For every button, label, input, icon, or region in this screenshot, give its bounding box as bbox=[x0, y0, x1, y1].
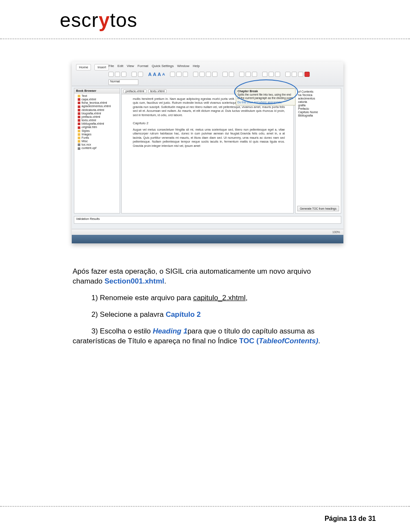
folder-styles[interactable]: Styles bbox=[78, 129, 120, 133]
save-icon[interactable] bbox=[121, 72, 126, 77]
list-item-1: 1) Renomeie este arquivo para capitulo_2… bbox=[73, 293, 337, 303]
file-item[interactable]: biografia.xhtml bbox=[78, 112, 120, 115]
menu-window[interactable]: Window bbox=[177, 64, 189, 68]
heading-style-a3[interactable]: A bbox=[158, 72, 161, 77]
file-item[interactable]: original.htm bbox=[78, 126, 120, 129]
embedded-screenshot: Home Insert File Edit View Format Quick … bbox=[72, 61, 343, 243]
tooltip-title: Chapter Break bbox=[237, 90, 294, 93]
editor-paragraph: Augue vel metus consectetuer fringilla s… bbox=[133, 128, 285, 148]
file-content-opf[interactable]: content.opf bbox=[78, 146, 120, 150]
paragraph: Após fazer esta operação, o SIGIL cria a… bbox=[73, 267, 337, 286]
toc-icon[interactable] bbox=[292, 72, 297, 77]
editor-tab[interactable]: texto.xhtml bbox=[148, 89, 167, 93]
underline-icon[interactable] bbox=[183, 72, 188, 77]
document-text: Após fazer esta operação, o SIGIL cria a… bbox=[73, 267, 337, 353]
align-justify-icon[interactable] bbox=[212, 72, 217, 77]
file-toc-ncx[interactable]: toc.ncx bbox=[78, 143, 120, 146]
text: , bbox=[246, 294, 248, 302]
list-item-3: 3) Escolha o estilo Heading 1para que o … bbox=[73, 327, 337, 346]
toc-item[interactable]: adecimentos bbox=[298, 97, 338, 100]
text: 1) Renomeie este arquivo para bbox=[91, 294, 193, 302]
code-view-icon[interactable] bbox=[252, 72, 257, 77]
chapter-break-icon[interactable] bbox=[262, 72, 267, 77]
align-right-icon[interactable] bbox=[206, 72, 211, 77]
list-ol-icon[interactable] bbox=[229, 72, 234, 77]
filename-underline: capitulo_2.xhtml bbox=[193, 294, 246, 302]
donate-heart-icon[interactable] bbox=[305, 72, 310, 77]
chapter-highlight: Capítulo 2 bbox=[166, 310, 201, 319]
new-icon[interactable] bbox=[108, 72, 114, 77]
sigil-status-bar: 100% bbox=[72, 229, 343, 235]
file-item[interactable]: ficha_tecnica.xhtml bbox=[78, 101, 120, 105]
toc-item[interactable]: Bibliografia bbox=[298, 114, 338, 117]
special-char-icon[interactable] bbox=[275, 72, 280, 77]
menu-help[interactable]: Help bbox=[193, 64, 199, 68]
folder-fonts[interactable]: Fonts bbox=[78, 136, 120, 140]
ribbon-tab-insert[interactable]: Insert bbox=[94, 64, 109, 70]
ribbon-tab-home[interactable]: Home bbox=[76, 64, 91, 70]
text: . bbox=[164, 277, 167, 285]
editor-tab[interactable]: prefacio.xhtml bbox=[123, 89, 146, 93]
ribbon: Home Insert File Edit View Format Quick … bbox=[72, 61, 343, 86]
heading-style-a4[interactable]: A bbox=[162, 72, 165, 76]
align-left-icon[interactable] bbox=[193, 72, 198, 77]
tooltip-footer: Do this often and where appropriate. bbox=[237, 101, 294, 104]
validate-icon[interactable] bbox=[298, 72, 303, 77]
book-view-icon[interactable] bbox=[239, 72, 244, 77]
editor-pane[interactable]: mollis hendrerit pretium in. Nam augue a… bbox=[121, 94, 294, 213]
toc-item[interactable]: grafia bbox=[298, 104, 338, 107]
page-number: Página 13 de 31 bbox=[325, 515, 376, 523]
heading-style-a[interactable]: A bbox=[148, 72, 152, 77]
toc-item[interactable]: Prefacio bbox=[298, 107, 338, 111]
toc-item[interactable]: catoria bbox=[298, 100, 338, 104]
toc-label: TOC ( bbox=[239, 337, 259, 345]
zoom-level: 100% bbox=[332, 231, 340, 234]
sigil-toolbar: A A A A bbox=[108, 71, 331, 78]
bold-icon[interactable] bbox=[170, 72, 175, 77]
open-icon[interactable] bbox=[115, 72, 120, 77]
toc-panel: of Contents ha Tecnica adecimentos cator… bbox=[295, 88, 341, 213]
file-item[interactable]: bibliografia.xhtml bbox=[78, 122, 120, 126]
style-row: Normal bbox=[108, 79, 331, 85]
menu-edit[interactable]: Edit bbox=[117, 64, 123, 68]
paragraph-style-select[interactable]: Normal bbox=[108, 79, 138, 85]
book-browser-panel: Book Browser Text capa.xhtml ficha_tecni… bbox=[74, 88, 120, 213]
top-divider bbox=[0, 38, 410, 39]
toc-item[interactable]: of Contents bbox=[298, 90, 338, 94]
list-item-2: 2) Selecione a palavra Capítulo 2 bbox=[73, 310, 337, 320]
generate-toc-button[interactable]: Generate TOC from headings bbox=[297, 206, 339, 211]
metadata-icon[interactable] bbox=[285, 72, 290, 77]
brand-logo: escrytos bbox=[60, 9, 138, 32]
folder-text[interactable]: Text bbox=[78, 94, 120, 98]
book-browser-title: Book Browser bbox=[74, 88, 120, 94]
align-center-icon[interactable] bbox=[199, 72, 205, 77]
list-ul-icon[interactable] bbox=[223, 72, 228, 77]
bottom-divider bbox=[0, 506, 410, 507]
menu-view[interactable]: View bbox=[127, 64, 134, 68]
menu-file[interactable]: File bbox=[108, 64, 114, 68]
file-item[interactable]: agradecimentos.xhtml bbox=[78, 105, 120, 108]
redo-icon[interactable] bbox=[138, 72, 143, 77]
toc-item[interactable]: ha Tecnica bbox=[298, 94, 338, 97]
file-item[interactable]: texto.xhtml bbox=[78, 119, 120, 122]
folder-misc[interactable]: Misc bbox=[78, 140, 120, 143]
toc-label-italic: TableofContents) bbox=[259, 337, 318, 345]
menu-format[interactable]: Format bbox=[138, 64, 148, 68]
undo-icon[interactable] bbox=[132, 72, 137, 77]
toc-item[interactable]: Capitulo Nome bbox=[298, 111, 338, 114]
file-item[interactable]: dedicatoria.xhtml bbox=[78, 108, 120, 112]
tooltip-body: Splits the current file into two, using … bbox=[237, 93, 293, 99]
style-highlight: Heading 1 bbox=[153, 327, 187, 335]
file-item[interactable]: prefacio.xhtml bbox=[78, 115, 120, 119]
file-item[interactable]: capa.xhtml bbox=[78, 98, 120, 101]
split-view-icon[interactable] bbox=[246, 72, 251, 77]
insert-image-icon[interactable] bbox=[269, 72, 274, 77]
chapter-heading: Capítulo 2 bbox=[133, 121, 285, 126]
windows-taskbar bbox=[72, 235, 343, 243]
text: . bbox=[318, 337, 320, 345]
heading-style-a2[interactable]: A bbox=[153, 72, 156, 77]
sigil-menubar: File Edit View Format Quick Settings Win… bbox=[108, 64, 200, 68]
folder-images[interactable]: Images bbox=[78, 133, 120, 136]
italic-icon[interactable] bbox=[176, 72, 182, 77]
menu-quick-settings[interactable]: Quick Settings bbox=[152, 64, 174, 68]
